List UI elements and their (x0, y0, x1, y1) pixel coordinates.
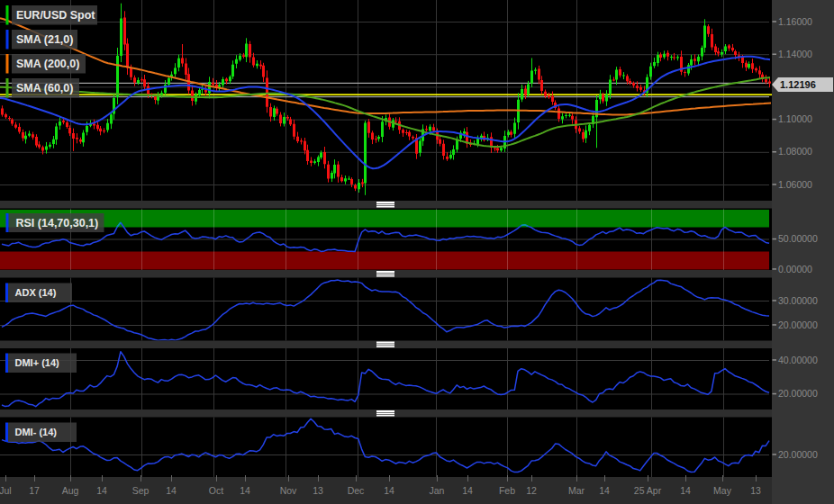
svg-text:Oct: Oct (209, 485, 223, 496)
svg-text:EUR/USD Spot: EUR/USD Spot (16, 9, 95, 22)
svg-text:14: 14 (240, 485, 250, 496)
svg-text:1.06000: 1.06000 (778, 179, 812, 190)
svg-text:17: 17 (29, 485, 40, 496)
svg-text:1.08000: 1.08000 (778, 146, 812, 157)
svg-text:30.00000: 30.00000 (778, 295, 818, 306)
svg-text:SMA (21,0): SMA (21,0) (16, 33, 73, 46)
svg-text:Dec: Dec (348, 485, 365, 496)
svg-text:1.10000: 1.10000 (778, 113, 812, 124)
svg-text:RSI (14,70,30,1): RSI (14,70,30,1) (16, 217, 99, 230)
svg-text:May: May (713, 485, 732, 496)
svg-text:Aug: Aug (62, 485, 79, 496)
svg-text:14: 14 (166, 485, 177, 496)
svg-text:40.00000: 40.00000 (778, 355, 818, 365)
svg-text:14: 14 (599, 485, 610, 496)
svg-text:SMA (200,0): SMA (200,0) (16, 58, 79, 70)
svg-text:14: 14 (680, 485, 691, 496)
svg-text:1.12196: 1.12196 (780, 79, 816, 90)
svg-text:14: 14 (96, 485, 107, 496)
svg-text:ADX (14): ADX (14) (15, 287, 57, 298)
svg-text:0.00000: 0.00000 (778, 264, 812, 274)
svg-text:25 Apr: 25 Apr (634, 485, 662, 496)
svg-text:Nov: Nov (280, 485, 297, 496)
svg-text:13: 13 (750, 485, 761, 496)
svg-text:12: 12 (526, 485, 537, 496)
svg-text:1.14000: 1.14000 (778, 49, 812, 59)
svg-text:14: 14 (384, 485, 394, 496)
svg-text:Feb: Feb (499, 485, 515, 496)
svg-text:Jul: Jul (0, 485, 12, 496)
svg-text:20.00000: 20.00000 (778, 449, 818, 460)
svg-text:50.00000: 50.00000 (778, 233, 818, 244)
svg-text:Jan: Jan (430, 485, 445, 496)
svg-text:DMI+ (14): DMI+ (14) (15, 357, 60, 368)
svg-text:1.16000: 1.16000 (778, 16, 812, 27)
svg-text:SMA (60,0): SMA (60,0) (16, 82, 73, 94)
svg-text:20.00000: 20.00000 (778, 320, 818, 330)
svg-text:Mar: Mar (568, 485, 585, 496)
svg-text:DMI- (14): DMI- (14) (15, 427, 58, 437)
svg-text:20.00000: 20.00000 (778, 388, 818, 399)
svg-text:14: 14 (462, 485, 473, 496)
svg-text:Sep: Sep (132, 485, 150, 496)
svg-text:13: 13 (313, 485, 323, 496)
